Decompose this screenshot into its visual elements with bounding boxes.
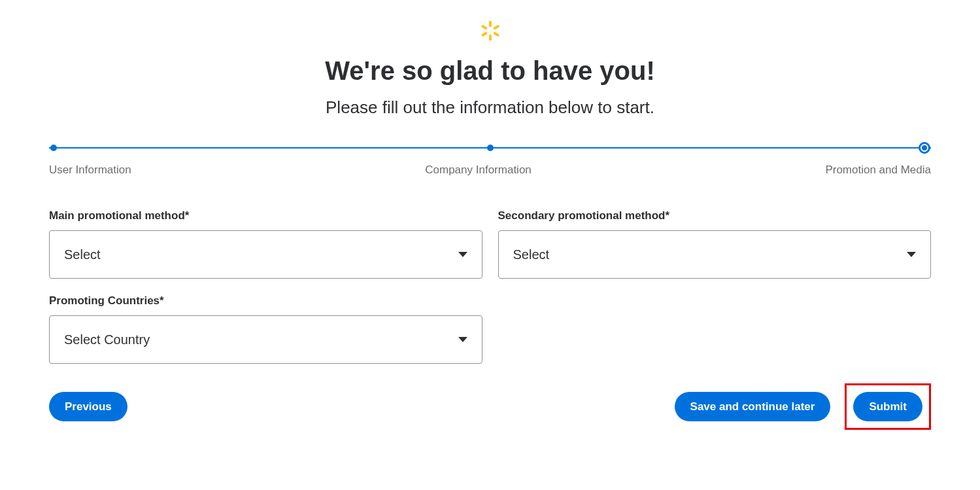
logo-wrap	[0, 20, 980, 44]
submit-highlight-box: Submit	[845, 383, 931, 430]
step-label-company-info: Company Information	[425, 164, 532, 177]
submit-button[interactable]: Submit	[853, 392, 922, 421]
secondary-promotional-method-label: Secondary promotional method*	[498, 209, 932, 222]
chevron-down-icon	[907, 252, 916, 257]
svg-rect-3	[481, 31, 487, 37]
step-labels: User Information Company Information Pro…	[49, 164, 931, 177]
form-actions: Previous Save and continue later Submit	[49, 383, 931, 430]
actions-right: Save and continue later Submit	[675, 383, 931, 430]
stepper-line	[49, 144, 931, 152]
promoting-countries-select[interactable]: Select Country	[49, 315, 482, 364]
svg-rect-5	[492, 31, 499, 37]
page-title: We're so glad to have you!	[0, 56, 980, 86]
progress-stepper: User Information Company Information Pro…	[49, 144, 931, 177]
step-dot-promotion-media	[919, 142, 930, 154]
step-dot-user-info	[50, 145, 57, 151]
svg-rect-1	[488, 35, 491, 41]
save-continue-later-button[interactable]: Save and continue later	[675, 392, 831, 421]
svg-rect-2	[492, 25, 499, 30]
step-label-user-info: User Information	[49, 164, 131, 177]
secondary-promotional-method-field: Secondary promotional method* Select	[498, 209, 932, 279]
secondary-promotional-method-select[interactable]: Select	[498, 230, 932, 279]
page-container: We're so glad to have you! Please fill o…	[0, 0, 980, 443]
secondary-promotional-method-value: Select	[513, 247, 550, 262]
svg-rect-4	[481, 25, 487, 30]
promoting-countries-value: Select Country	[64, 332, 150, 347]
form-grid: Main promotional method* Select Secondar…	[49, 209, 931, 364]
main-promotional-method-label: Main promotional method*	[49, 209, 482, 222]
svg-rect-0	[488, 21, 491, 27]
main-promotional-method-field: Main promotional method* Select	[49, 209, 482, 279]
main-promotional-method-value: Select	[64, 247, 101, 262]
previous-button[interactable]: Previous	[49, 392, 127, 421]
main-promotional-method-select[interactable]: Select	[49, 230, 482, 279]
promoting-countries-label: Promoting Countries*	[49, 294, 482, 307]
chevron-down-icon	[458, 252, 467, 257]
walmart-spark-icon	[479, 20, 501, 42]
step-label-promotion-media: Promotion and Media	[825, 164, 931, 177]
page-subtitle: Please fill out the information below to…	[0, 97, 980, 118]
step-dot-company-info	[487, 145, 494, 151]
promoting-countries-field: Promoting Countries* Select Country	[49, 294, 482, 364]
chevron-down-icon	[458, 337, 467, 342]
